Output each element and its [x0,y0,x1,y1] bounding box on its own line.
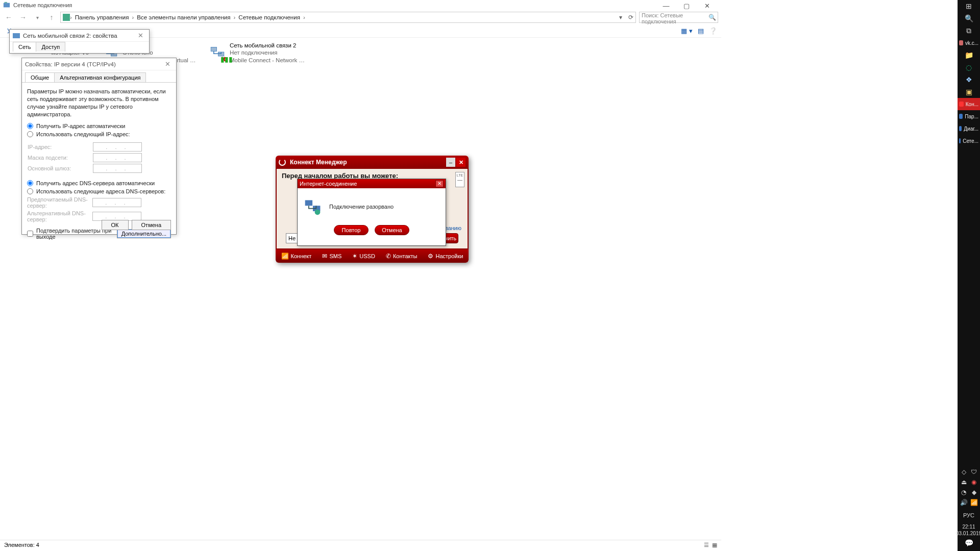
maximize-button[interactable]: ▢ [676,1,697,10]
crumb-2[interactable]: Сетевые подключения [235,14,303,20]
net-adapter: Mobile Connect - Network Card #2 [230,57,306,64]
clock[interactable]: 22:11 03.01.2019 [956,521,980,539]
forward-button[interactable]: → [17,12,29,23]
tab-contacts[interactable]: ✆Контакты [386,253,418,260]
view-button[interactable]: ▦ ▾ [681,27,693,35]
adapter-icon [13,32,20,39]
details-view-icon[interactable]: ☰ [704,542,709,549]
crumb-1[interactable]: Все элементы панели управления [134,14,233,20]
radio-ip-auto[interactable]: Получить IP-адрес автоматически [27,123,171,129]
back-button[interactable]: ← [3,12,14,23]
steam-task-icon[interactable]: ❖ [958,73,980,86]
clock-date: 03.01.2019 [956,530,980,537]
tab-settings[interactable]: ⚙Настройки [428,253,463,260]
ok-button[interactable]: ОК [102,220,129,230]
advanced-button[interactable]: Дополнительно... [117,229,171,238]
close-icon[interactable]: ✕ [435,180,444,187]
svg-rect-0 [4,3,10,8]
tab-ussd[interactable]: ✶USSD [352,253,375,260]
tab-alt[interactable]: Альтернативная конфигурация [54,72,146,82]
up-button[interactable]: ↑ [46,12,57,23]
app-icon [959,114,963,119]
cm-titlebar[interactable]: Коннект Менеджер – ✕ [276,156,469,169]
radio-input[interactable] [27,180,33,186]
search-task-icon[interactable]: 🔍 [958,12,980,24]
pane-button[interactable]: ▤ [698,27,704,35]
tray-network-icon[interactable]: 📶 [970,499,978,507]
cm-title-text: Коннект Менеджер [290,159,347,166]
tray-volume-icon[interactable]: 🔊 [960,499,968,507]
radio-dns-auto[interactable]: Получить адрес DNS-сервера автоматически [27,180,171,186]
app-task-icon-1[interactable]: ◌ [958,61,980,73]
task-connect-manager[interactable]: Кон... [958,98,980,110]
tab-access[interactable]: Доступ [36,42,65,52]
task-params[interactable]: Пар... [958,110,980,122]
radio-ip-manual[interactable]: Использовать следующий IP-адрес: [27,131,171,137]
cm-close-button[interactable]: ✕ [456,158,465,167]
error-message: Подключение разорвано [329,204,394,210]
mask-field[interactable]: . . . [93,153,142,162]
tab-connect[interactable]: 📶Коннект [281,253,312,260]
window-controls: — ▢ ✕ [656,1,717,10]
help-button[interactable]: ❔ [709,27,717,35]
tray-usb-icon[interactable]: ⏏ [960,479,968,487]
label-gateway: Основной шлюз: [28,165,93,171]
checkbox-input[interactable] [27,231,33,237]
app-icon [959,126,962,131]
error-titlebar[interactable]: Интернет-соединение ✕ [298,179,446,188]
search-input[interactable]: Поиск: Сетевые подключения 🔍 [639,12,718,23]
dialog-title[interactable]: Сеть мобильной связи 2: свойства ✕ [10,30,149,42]
close-icon[interactable]: ✕ [162,60,173,68]
close-button[interactable]: ✕ [697,1,717,10]
cancel-button[interactable]: Отмена [375,225,409,235]
taskbar-sidebar: ⊞ 🔍 ⧉ vk.c... 📁 ◌ ❖ ▣ Кон... Пар... Диаг… [958,0,980,551]
window-title: Сетевые подключения [13,2,718,8]
tray-security-icon[interactable]: 🛡 [970,468,978,477]
ip-field[interactable]: . . . [93,142,142,152]
dialog-title[interactable]: Свойства: IP версии 4 (TCP/IPv4) ✕ [22,58,176,70]
gateway-field[interactable]: . . . [93,164,142,173]
crumb-0[interactable]: Панель управления [72,14,132,20]
tab-sms[interactable]: ✉SMS [322,253,341,260]
tray-app-icon[interactable]: ◆ [970,489,978,497]
task-diag[interactable]: Диаг... [958,122,980,135]
notifications-button[interactable]: 💬 [965,539,973,551]
dropdown-icon[interactable]: ▾ [619,14,622,21]
label-dns2: Альтернативный DNS-сервер: [27,210,92,222]
system-tray: ◇ 🛡 ⏏ ◉ ◔ ◆ 🔊 📶 [958,466,980,509]
breadcrumb[interactable]: › Панель управления › Все элементы панел… [60,12,636,23]
recent-button[interactable]: ▾ [32,12,43,23]
control-panel-icon [63,14,70,21]
tab-general[interactable]: Общие [25,72,55,82]
tab-network[interactable]: Сеть [13,42,36,52]
dns1-field[interactable]: . . . [92,198,141,207]
cancel-button[interactable]: Отмена [132,220,171,230]
taskview-icon[interactable]: ⧉ [958,24,980,37]
radio-input[interactable] [27,123,33,129]
spinner-icon [279,159,286,166]
tray-chrome-icon[interactable]: ◔ [960,489,968,497]
icons-view-icon[interactable]: ▦ [712,542,717,549]
radio-label: Использовать следующий IP-адрес: [36,131,130,137]
lte-indicator: LTE— [455,172,464,187]
dialog-title-text: Сеть мобильной связи 2: свойства [23,33,117,39]
radio-input[interactable] [27,188,33,194]
app-task-icon-2[interactable]: ▣ [958,86,980,98]
search-icon: 🔍 [708,14,716,21]
language-indicator[interactable]: РУС [963,509,974,521]
app-icon [959,102,964,107]
refresh-icon[interactable]: ⟳ [628,14,633,21]
tray-connect-icon[interactable]: ◉ [970,479,978,487]
radio-input[interactable] [27,131,33,137]
task-vk[interactable]: vk.c... [958,37,980,49]
minimize-button[interactable]: — [656,1,676,10]
network-item-mobile[interactable]: ✖ ▮▮▮ Сеть мобильной связи 2 Нет подключ… [209,42,306,64]
explorer-task-icon[interactable]: 📁 [958,49,980,61]
retry-button[interactable]: Повтор [334,225,369,235]
radio-dns-manual[interactable]: Использовать следующие адреса DNS-сервер… [27,188,171,194]
tray-overflow-icon[interactable]: ◇ [960,468,968,477]
cm-minimize-button[interactable]: – [446,158,455,167]
task-network[interactable]: Сете... [958,135,980,147]
close-icon[interactable]: ✕ [135,32,146,39]
start-button[interactable]: ⊞ [958,0,980,12]
